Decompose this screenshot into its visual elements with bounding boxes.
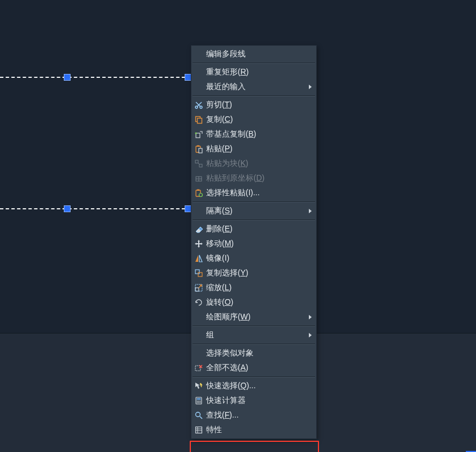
menu-paste[interactable]: 粘贴(P) bbox=[191, 142, 316, 156]
menu-item-label: 快速计算器 bbox=[206, 396, 316, 406]
menu-item-label: 查找(F)... bbox=[206, 410, 316, 420]
svg-rect-16 bbox=[198, 273, 202, 277]
menu-item-label: 复制选择(Y) bbox=[206, 268, 316, 278]
svg-rect-13 bbox=[197, 190, 199, 191]
copy-selection-icon bbox=[191, 266, 206, 280]
blank-icon bbox=[191, 310, 206, 324]
menu-copy-basepoint[interactable]: 带基点复制(B) bbox=[191, 127, 316, 142]
menu-item-label: 组 bbox=[206, 330, 316, 340]
svg-point-28 bbox=[196, 412, 200, 417]
menu-item-label: 旋转(O) bbox=[206, 297, 316, 308]
menu-separator bbox=[193, 376, 315, 378]
menu-quick-select[interactable]: 快速选择(Q)... bbox=[191, 379, 316, 393]
svg-rect-3 bbox=[198, 119, 202, 124]
menu-scale[interactable]: 缩放(L) bbox=[191, 280, 316, 295]
submenu-arrow-icon bbox=[309, 209, 312, 213]
menu-separator bbox=[193, 220, 315, 221]
scissors-icon bbox=[191, 98, 206, 112]
svg-point-26 bbox=[198, 402, 199, 403]
paste-block-icon bbox=[191, 156, 206, 171]
properties-icon bbox=[191, 423, 206, 437]
menu-copy[interactable]: 复制(C) bbox=[191, 112, 316, 127]
find-icon bbox=[191, 408, 206, 423]
menu-item-label: 重复矩形(R) bbox=[206, 67, 316, 77]
menu-cut[interactable]: 剪切(T) bbox=[191, 98, 316, 112]
menu-select-similar[interactable]: 选择类似对象 bbox=[191, 346, 316, 361]
calculator-icon bbox=[191, 393, 206, 408]
grip-handle[interactable] bbox=[64, 205, 71, 212]
menu-deselect-all[interactable]: 全部不选(A) bbox=[191, 361, 316, 375]
menu-delete[interactable]: 删除(E) bbox=[191, 222, 316, 236]
svg-rect-10 bbox=[199, 164, 202, 167]
menu-move[interactable]: 移动(M) bbox=[191, 236, 316, 251]
menu-edit-polyline[interactable]: 编辑多段线 bbox=[191, 47, 316, 62]
svg-point-23 bbox=[198, 401, 199, 402]
paste-origcoord-icon bbox=[191, 171, 206, 186]
menu-item-label: 粘贴到原坐标(D) bbox=[206, 173, 316, 183]
quick-select-icon bbox=[191, 379, 206, 393]
menu-item-label: 移动(M) bbox=[206, 239, 316, 249]
blank-icon bbox=[191, 47, 206, 62]
grip-handle[interactable] bbox=[64, 74, 71, 81]
svg-rect-15 bbox=[195, 270, 199, 274]
menu-group[interactable]: 组 bbox=[191, 328, 316, 343]
svg-point-24 bbox=[200, 401, 201, 402]
mirror-icon bbox=[191, 251, 206, 266]
menu-item-label: 快速选择(Q)... bbox=[206, 381, 316, 391]
svg-point-22 bbox=[197, 401, 198, 402]
menu-separator bbox=[193, 326, 315, 327]
rotate-icon bbox=[191, 295, 206, 310]
menu-item-label: 复制(C) bbox=[206, 115, 316, 125]
menu-item-label: 特性 bbox=[206, 425, 316, 435]
svg-rect-29 bbox=[196, 427, 202, 433]
menu-quick-calc[interactable]: 快速计算器 bbox=[191, 393, 316, 408]
svg-rect-4 bbox=[196, 133, 200, 138]
menu-item-label: 编辑多段线 bbox=[206, 49, 316, 59]
menu-separator bbox=[193, 95, 315, 96]
menu-draw-order[interactable]: 绘图顺序(W) bbox=[191, 310, 316, 324]
svg-rect-8 bbox=[199, 148, 202, 153]
blank-icon bbox=[191, 80, 206, 94]
submenu-arrow-icon bbox=[309, 315, 312, 319]
menu-item-label: 全部不选(A) bbox=[206, 363, 316, 373]
menu-recent-inputs[interactable]: 最近的输入 bbox=[191, 80, 316, 94]
move-icon bbox=[191, 236, 206, 251]
menu-item-label: 绘图顺序(W) bbox=[206, 312, 316, 322]
blank-icon bbox=[191, 328, 206, 343]
menu-item-label: 粘贴(P) bbox=[206, 144, 316, 154]
paste-icon bbox=[191, 142, 206, 156]
menu-paste-origcoord: 粘贴到原坐标(D) bbox=[191, 171, 316, 186]
eraser-icon bbox=[191, 222, 206, 236]
context-menu: 编辑多段线 重复矩形(R) 最近的输入 剪切(T) 复制(C) 带基点复制(B)… bbox=[191, 45, 317, 439]
copy-basepoint-icon bbox=[191, 127, 206, 142]
svg-rect-21 bbox=[197, 398, 201, 400]
svg-rect-19 bbox=[195, 366, 200, 371]
menu-item-label: 选择类似对象 bbox=[206, 348, 316, 358]
menu-item-label: 粘贴为块(K) bbox=[206, 159, 316, 169]
menu-find[interactable]: 查找(F)... bbox=[191, 408, 316, 423]
submenu-arrow-icon bbox=[309, 333, 312, 337]
menu-paste-special[interactable]: 选择性粘贴(I)... bbox=[191, 186, 316, 200]
svg-point-5 bbox=[195, 133, 197, 134]
menu-copy-selection[interactable]: 复制选择(Y) bbox=[191, 266, 316, 280]
svg-rect-9 bbox=[195, 160, 198, 163]
menu-repeat-rect[interactable]: 重复矩形(R) bbox=[191, 65, 316, 80]
copy-icon bbox=[191, 112, 206, 127]
submenu-arrow-icon bbox=[309, 85, 312, 89]
menu-mirror[interactable]: 镜像(I) bbox=[191, 251, 316, 266]
menu-rotate[interactable]: 旋转(O) bbox=[191, 295, 316, 310]
paste-special-icon bbox=[191, 186, 206, 200]
menu-properties[interactable]: 特性 bbox=[191, 423, 316, 437]
menu-item-label: 删除(E) bbox=[206, 224, 316, 234]
menu-item-label: 最近的输入 bbox=[206, 82, 316, 92]
deselect-icon bbox=[191, 361, 206, 375]
svg-rect-7 bbox=[197, 146, 199, 147]
menu-paste-block: 粘贴为块(K) bbox=[191, 156, 316, 171]
menu-isolate[interactable]: 隔离(S) bbox=[191, 204, 316, 218]
menu-separator bbox=[193, 344, 315, 345]
svg-point-25 bbox=[197, 402, 198, 403]
menu-item-label: 隔离(S) bbox=[206, 206, 316, 216]
menu-item-label: 带基点复制(B) bbox=[206, 129, 316, 139]
menu-item-label: 选择性粘贴(I)... bbox=[206, 188, 316, 198]
blank-icon bbox=[191, 346, 206, 361]
